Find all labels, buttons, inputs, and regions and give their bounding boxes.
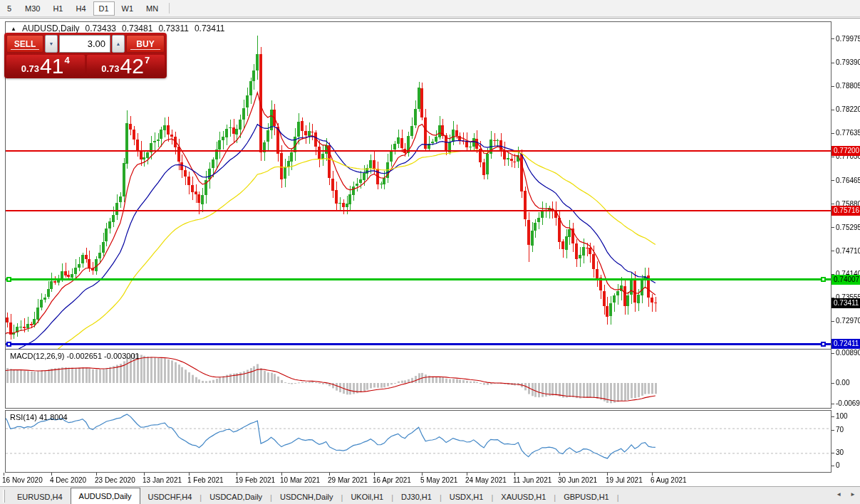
price-badge: 0.77200 [831,146,860,156]
volume-input[interactable] [59,35,110,53]
macd-tick-label: 0.00 [836,379,849,387]
price-tick-label: 0.76465 [836,177,860,184]
price-badge: 0.72411 [831,339,860,349]
left-line-handle[interactable] [6,342,11,347]
scroll-tabs-right-icon[interactable]: ► [850,491,856,498]
date-tick-mark [422,473,423,476]
tab-eurusd-h4[interactable]: EURUSD,H4 [9,490,71,504]
sell-button[interactable]: SELL [6,35,43,53]
date-tick-mark [374,473,375,476]
date-tick-label: 23 Dec 2020 [95,476,135,484]
chevron-down-icon: ▼ [49,41,54,46]
right-line-handle[interactable] [821,342,826,347]
macd-tick-label: -0.006975 [836,399,860,407]
chart-window: ▲ AUDUSD,Daily 0.73433 0.73481 0.73311 0… [0,18,860,486]
chevron-up-icon: ▲ [116,41,121,46]
price-tick-mark [831,204,834,204]
tab-ukoil-h1[interactable]: UKOil,H1 [343,490,391,504]
sell-price-prefix: 0.73 [21,63,39,74]
sell-price-display[interactable]: 0.73 41 4 [6,55,85,76]
timeframe-button-m30[interactable]: M30 [19,1,46,16]
toolbar-separator [169,3,170,14]
date-tick-mark [514,473,515,476]
macd-tick-mark [831,353,834,354]
date-tick-mark [467,473,467,476]
ohlc-open: 0.73433 [86,23,116,33]
date-tick-label: 5 May 2021 [420,476,457,484]
timeframe-button-h4[interactable]: H4 [70,1,91,16]
date-tick-mark [51,473,52,476]
date-tick-label: 29 Mar 2021 [328,476,368,484]
trading-platform-window: 5M30H1H4D1W1MN ▲ AUDUSD,Daily 0.73433 0.… [0,0,860,504]
tab-scroll-nav: ◄ ► [836,491,856,498]
buy-price-display[interactable]: 0.73 42 7 [87,55,165,76]
price-tick-label: 0.72970 [836,317,860,325]
left-line-handle[interactable] [6,277,11,282]
volume-increase-button[interactable]: ▲ [112,35,125,53]
tab-divider: | [617,493,619,502]
date-tick-mark [144,473,145,476]
rsi-tick-label: 100 [836,412,848,420]
rsi-tick-label: 30 [836,448,844,456]
buy-button-label: BUY [136,39,154,49]
ohlc-high: 0.73481 [122,23,152,33]
timeframe-button-h1[interactable]: H1 [47,1,68,16]
tab-audusd-daily[interactable]: AUDUSD,Daily [71,488,140,504]
date-tick-label: 19 Feb 2021 [235,476,275,484]
timeframe-button-w1[interactable]: W1 [116,1,140,16]
price-tick-mark [831,321,834,322]
price-tick-mark [831,86,834,87]
date-tick-label: 10 Mar 2021 [280,476,320,484]
horizontal-line-0.75716[interactable] [6,210,831,211]
price-tick-mark [831,251,834,251]
sell-price-big: 41 [40,56,63,75]
date-tick-mark [96,473,97,476]
rsi-tick-mark [831,466,834,466]
date-tick-label: 13 Jan 2021 [143,476,182,484]
buy-button[interactable]: BUY [126,35,165,53]
tab-usdcad-daily[interactable]: USDCAD,Daily [202,490,270,504]
timeframe-button-5[interactable]: 5 [1,1,18,16]
price-tick-mark [831,180,834,181]
timeframe-button-d1[interactable]: D1 [93,1,115,16]
date-tick-label: 1 Feb 2021 [187,476,224,484]
macd-tick-mark [831,383,834,384]
symbol-title: AUDUSD,Daily [22,23,80,33]
tab-xauusd-h1[interactable]: XAUUSD,H1 [493,490,554,504]
horizontal-line-0.72411[interactable] [6,343,831,345]
rsi-tick-label: 70 [836,426,844,434]
price-tick-mark [831,133,834,134]
date-tick-mark [652,473,653,476]
date-tick-mark [237,473,237,476]
price-tick-mark [831,110,834,110]
horizontal-line-0.77200[interactable] [6,150,831,152]
date-tick-label: 6 Aug 2021 [651,476,687,484]
price-tick-label: 0.79390 [836,58,860,66]
tab-usdcnh-daily[interactable]: USDCNH,Daily [272,490,341,504]
horizontal-line-0.74007[interactable] [6,278,831,280]
timeframe-toolbar: 5M30H1H4D1W1MN [0,0,860,17]
date-tick-label: 11 Jun 2021 [513,476,551,484]
tab-dj30-h1[interactable]: DJ30,H1 [393,490,440,504]
timeframe-button-mn[interactable]: MN [140,1,164,16]
price-axis[interactable]: 0.799750.793900.788050.782200.776350.770… [831,19,860,487]
chart-tab-bar: EURUSD,H4AUDUSD,DailyUSDCHF,H4|USDCAD,Da… [0,486,860,504]
collapse-one-click-icon[interactable]: ▲ [11,26,16,32]
tab-usdx-h1[interactable]: USDX,H1 [442,490,492,504]
price-tick-mark [831,157,834,157]
right-line-handle[interactable] [821,277,826,282]
ohlc-low: 0.73311 [158,23,189,33]
tab-bar-gripper[interactable] [3,490,5,503]
scroll-tabs-left-icon[interactable]: ◄ [836,491,841,498]
rsi-chart-canvas[interactable] [6,411,831,472]
tab-gbpusd-h1[interactable]: GBPUSD,H1 [556,490,617,504]
tab-usdchf-h4[interactable]: USDCHF,H4 [140,490,200,504]
rsi-tick-label: 0 [836,461,840,469]
buy-price-big: 42 [120,56,144,75]
macd-indicator-label: MACD(12,26,9) -0.002651 -0.003001 [10,352,140,360]
buy-price-prefix: 0.73 [101,63,119,74]
date-tick-mark [281,473,282,476]
macd-tick-label: 0.008903 [836,349,860,357]
price-badge: 0.73411 [831,298,860,308]
volume-decrease-button[interactable]: ▼ [45,35,58,53]
